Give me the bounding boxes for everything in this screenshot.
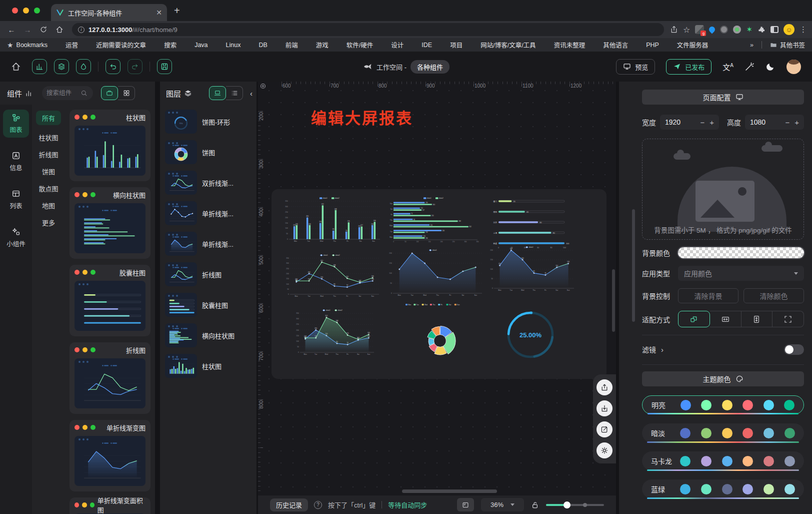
theme-color-dot[interactable] xyxy=(742,428,753,438)
reload-icon[interactable] xyxy=(37,23,50,36)
category-地图[interactable]: 地图 xyxy=(42,201,55,210)
fit-width-button[interactable] xyxy=(710,311,742,327)
bookmark-folder[interactable]: 搜索 xyxy=(154,40,176,50)
undo-button[interactable] xyxy=(106,59,120,74)
component-card[interactable]: 折线图 xyxy=(70,342,150,414)
width-plus-button[interactable]: + xyxy=(710,118,714,127)
bookmark-folder[interactable]: 前端 xyxy=(276,40,298,50)
charts-tool-button[interactable] xyxy=(32,59,47,74)
other-bookmarks[interactable]: 其他书签 xyxy=(770,40,805,50)
tab-close-icon[interactable]: ✕ xyxy=(156,9,162,17)
layer-item[interactable]: 双折线渐... xyxy=(165,171,252,195)
category-更多[interactable]: 更多 xyxy=(42,218,55,227)
canvas-chart-capsule[interactable]: 厦门20南阳40北京60上海80新疆100020406080100 xyxy=(488,197,574,249)
canvas-chart-line2[interactable]: 0501001502002503003501202001508070110130… xyxy=(282,253,382,299)
zoom-level-select[interactable]: 36% xyxy=(481,498,524,511)
bookmark-folder[interactable]: 资讯未整理 xyxy=(544,40,586,50)
theme-color-dot[interactable] xyxy=(742,484,753,494)
sidebar-tab-图表[interactable]: 图表 xyxy=(3,110,29,138)
bookmark-folder[interactable]: 运营 xyxy=(56,40,78,50)
home-icon[interactable] xyxy=(53,23,66,36)
theme-color-dot[interactable] xyxy=(722,484,732,494)
new-tab-button[interactable]: + xyxy=(174,5,180,17)
bookmark-folder[interactable]: 项目 xyxy=(440,40,462,50)
theme-color-dot[interactable] xyxy=(680,428,690,438)
theme-color-dot[interactable] xyxy=(764,484,774,494)
extension-icon[interactable]: g xyxy=(695,25,704,34)
component-card[interactable]: 柱状图 xyxy=(70,110,150,181)
bookmark-folder[interactable]: 网站/博客/文章/工具 xyxy=(470,40,536,50)
theme-color-dot[interactable] xyxy=(680,484,690,494)
project-name-pill[interactable]: 各种组件 xyxy=(410,60,450,74)
extensions-puzzle-icon[interactable] xyxy=(758,26,766,34)
profile-avatar[interactable]: ☺ xyxy=(784,24,794,35)
sidebar-tab-小组件[interactable]: 小组件 xyxy=(3,224,29,252)
height-minus-button[interactable]: − xyxy=(785,118,790,127)
canvas-chart-line1[interactable]: 050100150200MonTueWedThuFriSatSundata1 xyxy=(386,248,484,298)
site-info-icon[interactable]: i xyxy=(78,27,84,33)
bookmark-folder[interactable]: 近期需要读的文章 xyxy=(86,40,146,50)
publish-button[interactable]: 已发布 xyxy=(666,59,712,75)
layout-panel-icon[interactable] xyxy=(457,498,474,511)
theme-row-马卡龙[interactable]: 马卡龙 xyxy=(642,451,804,470)
bookmark-folder[interactable]: DB xyxy=(248,40,267,50)
category-饼图[interactable]: 饼图 xyxy=(42,167,55,176)
bookmark-folder[interactable]: 文件服务器 xyxy=(667,40,708,50)
background-upload-dropzone[interactable]: 背景图需小于 5M ， 格式为 png/jpg/gif 的文件 xyxy=(642,139,804,240)
layer-item[interactable]: 横向柱状图 xyxy=(165,323,252,347)
export-icon[interactable] xyxy=(596,379,612,395)
share-icon[interactable] xyxy=(670,26,678,34)
bookmark-star-icon[interactable]: ☆ xyxy=(683,25,690,35)
help-icon[interactable]: ? xyxy=(314,501,322,509)
app-home-icon[interactable] xyxy=(11,62,21,72)
layer-item[interactable]: 单折线渐... xyxy=(165,232,252,256)
back-icon[interactable]: ← xyxy=(5,23,18,36)
app-type-select[interactable]: 应用颜色 xyxy=(678,266,804,281)
collapse-panel-icon[interactable]: ‹ xyxy=(250,89,252,98)
fit-auto-button[interactable] xyxy=(678,311,710,327)
import-icon[interactable] xyxy=(596,400,612,416)
theme-color-dot[interactable] xyxy=(701,456,712,466)
component-search[interactable] xyxy=(42,86,93,100)
theme-color-dot[interactable] xyxy=(680,456,690,466)
zoom-window-button[interactable] xyxy=(34,8,40,14)
browser-menu-icon[interactable]: ⋮ xyxy=(800,25,807,34)
category-散点图[interactable]: 散点图 xyxy=(38,184,58,193)
theme-color-dot[interactable] xyxy=(784,400,794,410)
theme-color-dot[interactable] xyxy=(680,400,691,410)
sidebar-tab-列表[interactable]: 列表 xyxy=(3,186,29,214)
bookmarks-overflow-icon[interactable]: » xyxy=(750,42,754,49)
bookmark-folder[interactable]: Java xyxy=(184,40,208,50)
redo-button[interactable] xyxy=(128,59,142,74)
chevron-right-icon[interactable]: › xyxy=(661,345,664,354)
component-card[interactable]: 胶囊柱图 xyxy=(70,265,150,336)
canvas-chart-hbar2[interactable]: 050100150200250300350Sun130160Sat110117F… xyxy=(386,196,486,244)
component-card[interactable]: 单折线渐变面积图 xyxy=(70,497,150,514)
theme-color-dot[interactable] xyxy=(784,456,795,466)
list-view-button[interactable] xyxy=(226,86,243,100)
width-minus-button[interactable]: − xyxy=(700,118,704,127)
bookmark-folder[interactable]: 设计 xyxy=(381,40,404,50)
theme-color-dot[interactable] xyxy=(701,484,712,494)
height-plus-button[interactable]: + xyxy=(794,118,799,127)
preview-button[interactable]: 预览 xyxy=(616,59,655,75)
canvas[interactable]: 编辑大屏报表 050100150200250300350120130200130… xyxy=(258,82,616,514)
bookmarks-root[interactable]: ★Bookmarks xyxy=(7,41,48,49)
theme-color-dot[interactable] xyxy=(742,456,753,466)
category-柱状图[interactable]: 柱状图 xyxy=(38,133,58,142)
canvas-chart-donut[interactable]: MonTueWedThuFriSatSun xyxy=(402,302,478,367)
forward-icon[interactable]: → xyxy=(21,23,34,36)
bookmark-folder[interactable]: Linux xyxy=(216,40,241,50)
theme-color-dot[interactable] xyxy=(701,400,712,410)
canvas-chart-line1g[interactable]: 0501001502001202001508070110130MonTueWed… xyxy=(486,245,576,293)
theme-color-dot[interactable] xyxy=(784,428,795,438)
theme-row-蓝绿[interactable]: 蓝绿 xyxy=(642,479,804,498)
bookmark-folder[interactable]: 软件/硬件 xyxy=(336,40,373,50)
edit-icon[interactable] xyxy=(596,421,612,437)
clear-color-button[interactable]: 清除颜色 xyxy=(744,288,804,303)
theme-color-dot[interactable] xyxy=(764,456,774,466)
single-view-button[interactable] xyxy=(101,86,118,100)
language-icon[interactable]: 文A xyxy=(722,62,734,72)
theme-row-明亮[interactable]: 明亮 xyxy=(642,395,804,414)
theme-color-dot[interactable] xyxy=(764,400,774,410)
